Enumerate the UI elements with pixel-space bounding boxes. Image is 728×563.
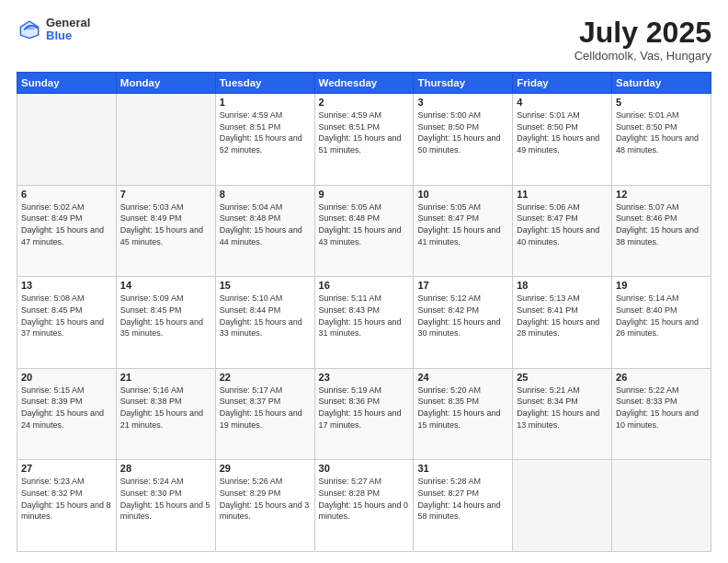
table-row [513,460,612,552]
sunset-text: Sunset: 8:27 PM [417,488,479,498]
sunset-text: Sunset: 8:30 PM [120,488,182,498]
sunrise-text: Sunrise: 5:05 AM [417,202,481,212]
sunset-text: Sunset: 8:44 PM [220,305,281,315]
sunrise-text: Sunrise: 5:28 AM [417,477,481,486]
calendar-table: Sunday Monday Tuesday Wednesday Thursday… [17,72,711,552]
day-number: 2 [319,97,410,108]
day-number: 20 [21,372,112,383]
table-row [612,460,711,552]
day-info: Sunrise: 5:28 AMSunset: 8:27 PMDaylight:… [417,476,508,522]
day-info: Sunrise: 4:59 AMSunset: 8:51 PMDaylight:… [319,109,410,155]
sunrise-text: Sunrise: 5:22 AM [616,385,679,395]
day-number: 15 [220,280,311,291]
table-row: 14Sunrise: 5:09 AMSunset: 8:45 PMDayligh… [116,277,215,369]
table-row: 10Sunrise: 5:05 AMSunset: 8:47 PMDayligh… [414,185,513,277]
day-number: 7 [120,189,211,200]
day-info: Sunrise: 5:04 AMSunset: 8:48 PMDaylight:… [220,201,311,247]
sunrise-text: Sunrise: 5:23 AM [21,477,85,486]
sunrise-text: Sunrise: 5:06 AM [517,202,580,212]
sunset-text: Sunset: 8:50 PM [517,122,578,132]
day-number: 4 [517,97,608,108]
calendar-week-row: 13Sunrise: 5:08 AMSunset: 8:45 PMDayligh… [17,277,711,369]
sunset-text: Sunset: 8:41 PM [517,305,578,315]
calendar-week-row: 27Sunrise: 5:23 AMSunset: 8:32 PMDayligh… [17,460,711,552]
sunrise-text: Sunrise: 5:17 AM [220,385,283,395]
daylight-text: Daylight: 15 hours and 5 minutes. [120,500,210,522]
table-row: 2Sunrise: 4:59 AMSunset: 8:51 PMDaylight… [314,94,414,186]
day-number: 11 [517,189,608,200]
day-number: 13 [21,280,112,291]
day-info: Sunrise: 4:59 AMSunset: 8:51 PMDaylight:… [220,109,311,155]
day-number: 3 [417,97,508,108]
day-info: Sunrise: 5:01 AMSunset: 8:50 PMDaylight:… [517,109,608,155]
day-info: Sunrise: 5:06 AMSunset: 8:47 PMDaylight:… [517,201,608,247]
sunset-text: Sunset: 8:48 PM [220,213,281,223]
table-row: 31Sunrise: 5:28 AMSunset: 8:27 PMDayligh… [414,460,513,552]
sunrise-text: Sunrise: 5:04 AM [220,202,283,212]
day-info: Sunrise: 5:26 AMSunset: 8:29 PMDaylight:… [220,476,311,522]
day-number: 25 [517,372,608,383]
col-saturday: Saturday [612,73,711,94]
day-number: 22 [220,372,311,383]
daylight-text: Daylight: 15 hours and 33 minutes. [220,317,302,339]
table-row: 22Sunrise: 5:17 AMSunset: 8:37 PMDayligh… [215,368,314,460]
day-number: 5 [616,97,707,108]
table-row: 7Sunrise: 5:03 AMSunset: 8:49 PMDaylight… [116,185,215,277]
daylight-text: Daylight: 15 hours and 50 minutes. [417,133,500,155]
sunrise-text: Sunrise: 5:15 AM [21,385,85,395]
sunset-text: Sunset: 8:28 PM [319,488,381,498]
col-friday: Friday [513,73,612,94]
day-info: Sunrise: 5:05 AMSunset: 8:48 PMDaylight:… [319,201,410,247]
day-number: 1 [220,97,311,108]
daylight-text: Daylight: 15 hours and 26 minutes. [616,317,699,339]
table-row: 18Sunrise: 5:13 AMSunset: 8:41 PMDayligh… [513,277,612,369]
day-number: 23 [319,372,410,383]
table-row: 24Sunrise: 5:20 AMSunset: 8:35 PMDayligh… [414,368,513,460]
day-number: 10 [417,189,508,200]
daylight-text: Daylight: 15 hours and 40 minutes. [517,225,599,247]
table-row: 6Sunrise: 5:02 AMSunset: 8:49 PMDaylight… [17,185,117,277]
logo: General Blue [17,17,90,43]
sunset-text: Sunset: 8:36 PM [319,396,381,406]
sunrise-text: Sunrise: 5:03 AM [120,202,184,212]
table-row: 26Sunrise: 5:22 AMSunset: 8:33 PMDayligh… [612,368,711,460]
title-block: July 2025 Celldomolk, Vas, Hungary [574,17,711,63]
sunset-text: Sunset: 8:45 PM [120,305,182,315]
sunset-text: Sunset: 8:35 PM [417,396,479,406]
table-row [116,94,215,186]
day-info: Sunrise: 5:09 AMSunset: 8:45 PMDaylight:… [120,293,211,339]
sunset-text: Sunset: 8:45 PM [21,305,83,315]
sunrise-text: Sunrise: 4:59 AM [319,110,382,120]
sunrise-text: Sunrise: 5:12 AM [417,293,481,303]
day-number: 27 [21,463,112,474]
sunset-text: Sunset: 8:40 PM [616,305,677,315]
daylight-text: Daylight: 15 hours and 15 minutes. [417,408,500,430]
sunset-text: Sunset: 8:39 PM [21,396,83,406]
daylight-text: Daylight: 15 hours and 24 minutes. [21,408,104,430]
day-number: 30 [319,463,410,474]
daylight-text: Daylight: 15 hours and 52 minutes. [220,133,302,155]
logo-general-text: General [46,17,90,29]
sunrise-text: Sunrise: 4:59 AM [220,110,283,120]
daylight-text: Daylight: 15 hours and 17 minutes. [319,408,402,430]
col-monday: Monday [116,73,215,94]
sunrise-text: Sunrise: 5:19 AM [319,385,382,395]
day-number: 19 [616,280,707,291]
daylight-text: Daylight: 15 hours and 45 minutes. [120,225,203,247]
sunrise-text: Sunrise: 5:27 AM [319,477,382,486]
day-info: Sunrise: 5:05 AMSunset: 8:47 PMDaylight:… [417,201,508,247]
sunrise-text: Sunrise: 5:10 AM [220,293,283,303]
col-tuesday: Tuesday [215,73,314,94]
table-row: 17Sunrise: 5:12 AMSunset: 8:42 PMDayligh… [414,277,513,369]
sunset-text: Sunset: 8:49 PM [21,213,83,223]
daylight-text: Daylight: 15 hours and 3 minutes. [220,500,310,522]
day-number: 28 [120,463,211,474]
day-info: Sunrise: 5:12 AMSunset: 8:42 PMDaylight:… [417,293,508,339]
sunset-text: Sunset: 8:48 PM [319,213,381,223]
sunrise-text: Sunrise: 5:07 AM [616,202,679,212]
day-info: Sunrise: 5:20 AMSunset: 8:35 PMDaylight:… [417,385,508,431]
sunset-text: Sunset: 8:38 PM [120,396,182,406]
daylight-text: Daylight: 15 hours and 43 minutes. [319,225,402,247]
col-wednesday: Wednesday [314,73,414,94]
logo-icon [17,17,42,42]
